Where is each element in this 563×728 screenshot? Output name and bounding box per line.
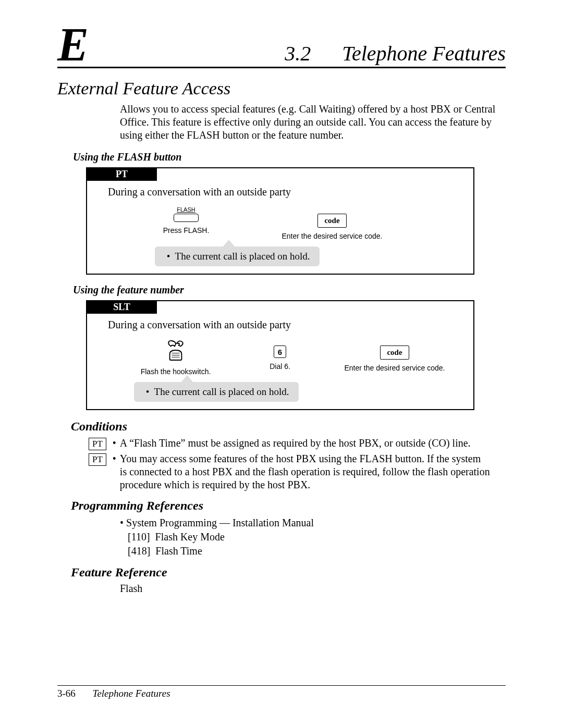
pt-tag-2: PT <box>89 453 106 466</box>
condition-text-1: A “Flash Time” must be assigned as requi… <box>120 437 471 450</box>
dial-digit-box: 6 <box>274 346 286 358</box>
footer-title: Telephone Features <box>93 688 170 699</box>
intro-paragraph: Allows you to access special features (e… <box>120 103 500 142</box>
flash-button-icon <box>174 214 199 222</box>
section-title: Telephone Features <box>342 41 506 66</box>
dial-caption: Dial 6. <box>270 362 290 371</box>
note-text: The current call is placed on hold. <box>175 251 310 262</box>
note-pointer-icon <box>223 240 235 247</box>
step-enter-code: code Enter the desired service code. <box>275 206 389 240</box>
note-block-2: • The current call is placed on hold. <box>134 382 473 402</box>
context-line: During a conversation with an outside pa… <box>108 186 473 198</box>
programming-heading: Programming References <box>71 499 506 513</box>
step-dial-6: 6 Dial 6. <box>254 339 306 371</box>
condition-item-1: PT • A “Flash Time” must be assigned as … <box>89 437 490 450</box>
code-caption-2: Enter the desired service code. <box>345 364 445 372</box>
tab-slt: SLT <box>87 301 157 314</box>
feature-reference-heading: Feature Reference <box>71 565 506 579</box>
pt-tag-1: PT <box>89 438 106 450</box>
flash-caption: Press FLASH. <box>163 226 210 235</box>
page-number: 3-66 <box>57 688 76 699</box>
step-flash-hookswitch: Flash the hookswitch. <box>129 339 223 376</box>
context-line-2: During a conversation with an outside pa… <box>108 319 473 331</box>
note-bubble: • The current call is placed on hold. <box>155 246 320 266</box>
index-letter: E <box>57 26 89 64</box>
step-enter-code-2: code Enter the desired service code. <box>337 339 452 372</box>
note-bubble-2: • The current call is placed on hold. <box>134 382 299 402</box>
page-footer: 3-66 Telephone Features <box>57 685 506 699</box>
feature-reference-item: Flash <box>120 583 506 595</box>
telephone-icon <box>166 339 186 363</box>
note-text-2: The current call is placed on hold. <box>154 386 289 397</box>
prog-line-2: [110] Flash Key Mode <box>128 531 225 542</box>
procedure-box-pt: PT During a conversation with an outside… <box>86 167 474 275</box>
page-header: E 3.2 Telephone Features <box>57 26 506 68</box>
tab-pt: PT <box>87 168 157 181</box>
condition-item-2: PT • You may access some features of the… <box>89 452 490 491</box>
hookswitch-caption: Flash the hookswitch. <box>141 367 211 376</box>
note-block: • The current call is placed on hold. <box>155 246 473 266</box>
programming-list: • System Programming — Installation Manu… <box>120 516 506 558</box>
subhead-flash-button: Using the FLASH button <box>73 151 506 163</box>
feature-title: External Feature Access <box>57 79 506 98</box>
prog-line-3: [418] Flash Time <box>128 545 202 557</box>
code-box: code <box>317 214 346 228</box>
condition-text-2: You may access some features of the host… <box>120 452 490 491</box>
procedure-box-slt: SLT During a conversation with an outsid… <box>86 300 474 410</box>
conditions-heading: Conditions <box>71 419 506 434</box>
code-caption: Enter the desired service code. <box>282 232 383 240</box>
section-number: 3.2 <box>285 41 311 66</box>
flash-label: FLASH <box>177 206 195 213</box>
step-press-flash: FLASH Press FLASH. <box>139 206 233 235</box>
code-box-2: code <box>380 346 409 360</box>
prog-line-1: System Programming — Installation Manual <box>126 517 314 528</box>
subhead-feature-number: Using the feature number <box>73 284 506 296</box>
note-pointer-icon-2 <box>181 375 193 382</box>
